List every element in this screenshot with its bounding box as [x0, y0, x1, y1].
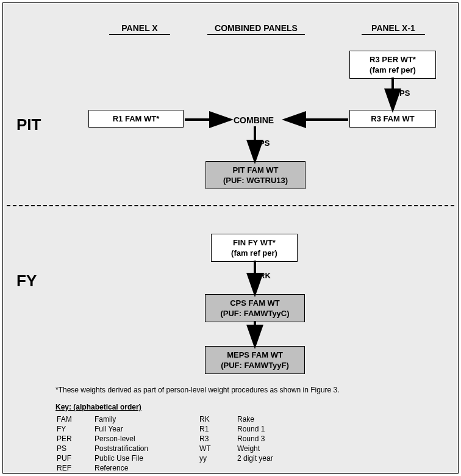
key-row: PERPerson-level: [57, 435, 159, 443]
key-defn: Round 3: [237, 435, 284, 443]
key-defn: Person-level: [95, 435, 159, 443]
key-header: Key: (alphabetical order): [55, 403, 141, 411]
key-defn: Poststratification: [95, 444, 159, 453]
key-abbr: R3: [199, 435, 236, 443]
key-row: R3Round 3: [199, 435, 284, 443]
key-abbr: PUF: [57, 454, 93, 463]
footnote: *These weights derived as part of person…: [55, 386, 340, 394]
key-abbr: R1: [199, 425, 236, 433]
key-abbr: yy: [199, 454, 236, 463]
key-row: FYFull Year: [57, 425, 159, 433]
key-row: R1Round 1: [199, 425, 284, 433]
key-defn: 2 digit year: [237, 454, 284, 463]
key-row: yy2 digit year: [199, 454, 284, 463]
key-abbr: FAM: [57, 415, 93, 424]
diagram-frame: PANEL X COMBINED PANELS PANEL X-1 PIT R3…: [2, 2, 459, 474]
key-abbr: RK: [199, 415, 236, 424]
key-defn: Weight: [237, 444, 284, 453]
key-col-1: FAMFamilyFYFull YearPERPerson-levelPSPos…: [55, 414, 160, 474]
key-abbr: PER: [57, 435, 93, 443]
key-defn: Reference: [95, 464, 159, 472]
key-defn: Public Use File: [95, 454, 159, 463]
key-abbr: PS: [57, 444, 93, 453]
key-defn: Full Year: [95, 425, 159, 433]
key-row: WTWeight: [199, 444, 284, 453]
key-defn: Family: [95, 415, 159, 424]
key-row: FAMFamily: [57, 415, 159, 424]
key-col-2: RKRakeR1Round 1R3Round 3WTWeightyy2 digi…: [198, 414, 285, 464]
key-row: REFReference: [57, 464, 159, 472]
key-row: PSPoststratification: [57, 444, 159, 453]
key-row: RKRake: [199, 415, 284, 424]
key-defn: Rake: [237, 415, 284, 424]
key-abbr: FY: [57, 425, 93, 433]
key-abbr: REF: [57, 464, 93, 472]
key-defn: Round 1: [237, 425, 284, 433]
key-abbr: WT: [199, 444, 236, 453]
key-row: PUFPublic Use File: [57, 454, 159, 463]
